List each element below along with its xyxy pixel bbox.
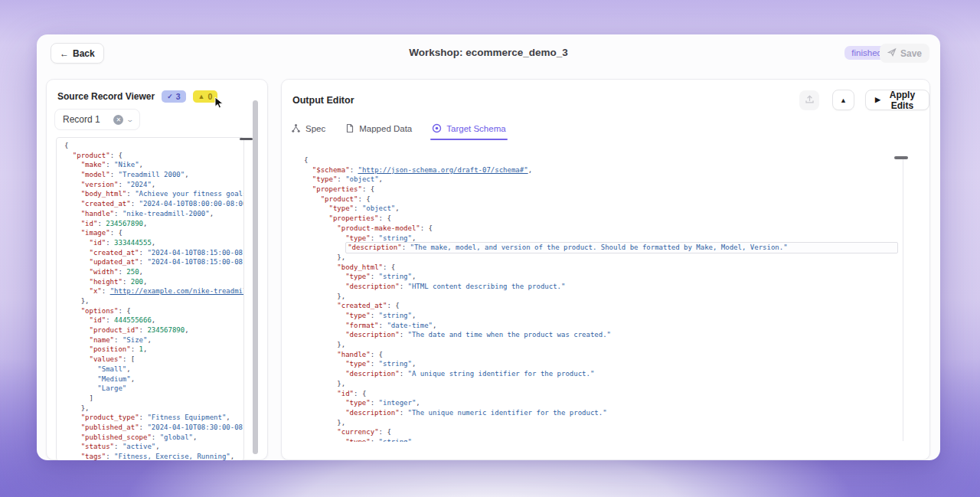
code-line: "image": { (64, 228, 243, 238)
target-schema-icon (432, 123, 442, 133)
record-selector[interactable]: Record 1 ✕ ⌄ (54, 109, 140, 130)
valid-count: 3 (176, 92, 181, 101)
source-record-json: { "product": { "make": "Nike", "model": … (57, 138, 243, 460)
code-line: "version": "2024", (64, 180, 243, 190)
warning-count: 0 (207, 92, 212, 101)
code-line: }, (304, 292, 898, 302)
code-line: "id": 444555666, (64, 316, 243, 325)
code-line: "product_id": 234567890, (64, 325, 243, 335)
code-line: }, (64, 404, 243, 414)
chevron-down-icon: ⌄ (126, 116, 135, 123)
triangle-up-icon: ▲ (840, 96, 847, 104)
code-line: "type": "string", (304, 311, 898, 321)
output-editor-tabs: Spec Mapped Data Target Schema (291, 123, 506, 140)
schema-editor-scrollbar-track[interactable] (903, 159, 903, 441)
code-line: "description": "The date and time when t… (304, 330, 898, 340)
code-line: "values": [ (64, 355, 243, 365)
code-line: "handle": { (304, 350, 898, 360)
code-line: "product_type": "Fitness Equipment", (64, 413, 243, 423)
code-line: "type": "string", (304, 272, 898, 282)
code-line: "height": 200, (64, 277, 243, 287)
code-line: }, (304, 340, 898, 350)
output-editor-panel: Output Editor ▲ ▶ Apply Edits (281, 79, 930, 460)
code-line: { (64, 141, 243, 151)
code-line: "type": "object", (304, 204, 898, 214)
tab-mapped-data-label: Mapped Data (359, 124, 412, 133)
desktop-background: { "header": { "back_label": "Back", "tit… (0, 0, 980, 497)
tab-target-schema[interactable]: Target Schema (432, 123, 505, 140)
code-line: "options": { (64, 306, 243, 316)
code-line: "properties": { (304, 185, 898, 195)
code-line: "published_at": "2024-04-10T08:30:00-08:… (64, 423, 243, 433)
code-line: ] (64, 394, 243, 404)
flow-icon (291, 123, 301, 133)
code-line: "currency": { (304, 427, 898, 437)
code-line: "status": "active", (64, 442, 243, 452)
apply-edits-label: Apply Edits (885, 90, 920, 111)
code-line: "updated_at": "2024-04-10T08:15:00-08:00 (64, 257, 243, 267)
code-line: { (304, 155, 898, 165)
upload-icon (805, 94, 815, 106)
tab-mapped-data[interactable]: Mapped Data (345, 123, 412, 140)
rocket-icon (887, 47, 897, 59)
app-window: ← Back Workshop: ecommerce_demo_3 finish… (37, 34, 940, 460)
code-line: "Medium", (64, 374, 243, 384)
code-line: "Large" (64, 384, 243, 394)
code-line: "description": "HTML content describing … (304, 282, 898, 292)
code-line: "created_at": "2024-04-10T08:15:00-08:00 (64, 248, 243, 258)
collapse-button[interactable]: ▲ (832, 90, 854, 110)
code-line: "type": "integer", (304, 398, 898, 408)
check-icon: ✓ (167, 93, 173, 100)
code-line: "$schema": "http://json-schema.org/draft… (304, 165, 898, 175)
code-line: "created_at": "2024-04-10T08:00:00-08:00… (64, 199, 243, 209)
output-editor-title: Output Editor (292, 95, 354, 106)
play-icon: ▶ (875, 96, 880, 103)
code-line: "tags": "Fitness, Exercise, Running", (64, 452, 243, 460)
code-line: "product": { (304, 195, 898, 204)
source-record-viewer-panel: Source Record Viewer ✓ 3 ▲ 0 Record 1 ✕ … (46, 79, 268, 460)
warning-triangle-icon: ▲ (198, 93, 205, 100)
source-record-editor[interactable]: { "product": { "make": "Nike", "model": … (56, 137, 244, 460)
code-line: "model": "Treadmill 2000", (64, 170, 243, 180)
code-line: "x": "http://example.com/nike-treadmill- (64, 286, 243, 296)
code-line: "description": "A unique string identifi… (304, 369, 898, 379)
source-editor-hscrollbar-thumb[interactable] (240, 138, 253, 140)
code-line: "published_scope": "global", (64, 433, 243, 443)
save-button-label: Save (900, 48, 922, 59)
schema-editor-scrollbar-thumb[interactable] (894, 156, 908, 159)
code-line: "id": 333444555, (64, 238, 243, 248)
source-panel-scrollbar-thumb[interactable] (253, 100, 258, 454)
code-line: "product": { (64, 151, 243, 161)
code-line: "created_at": { (304, 301, 898, 311)
code-line: "description": "The unique numeric ident… (304, 408, 898, 418)
target-schema-json: { "$schema": "http://json-schema.org/dra… (301, 152, 898, 442)
code-line: "format": "date-time", (304, 321, 898, 331)
source-viewer-title: Source Record Viewer (57, 91, 155, 102)
code-line: "position": 1, (64, 345, 243, 355)
tab-spec[interactable]: Spec (291, 123, 325, 140)
code-line: }, (304, 253, 898, 263)
target-schema-editor[interactable]: { "$schema": "http://json-schema.org/dra… (301, 152, 898, 442)
code-line: "type": "string", (304, 359, 898, 369)
code-line: "body_html": { (304, 263, 898, 273)
tab-spec-label: Spec (305, 124, 325, 133)
code-line: "handle": "nike-treadmill-2000", (64, 209, 243, 219)
valid-count-badge: ✓ 3 (162, 90, 185, 103)
code-line: "product-make-model": { (304, 224, 898, 234)
code-line: "body_html": "Achieve your fitness goals… (64, 189, 243, 199)
code-line: }, (304, 379, 898, 389)
save-button[interactable]: Save (880, 44, 929, 63)
document-icon (345, 123, 354, 133)
code-line: }, (64, 296, 243, 306)
clear-selection-icon[interactable]: ✕ (113, 115, 123, 125)
code-line: "name": "Size", (64, 335, 243, 345)
record-selector-value: Record 1 (63, 114, 109, 125)
tab-target-schema-label: Target Schema (446, 124, 505, 133)
code-line: "type": "string", (304, 437, 898, 442)
apply-edits-button[interactable]: ▶ Apply Edits (865, 90, 929, 110)
code-line: "id": { (304, 389, 898, 399)
code-line: "Small", (64, 365, 243, 374)
code-line: "id": 234567890, (64, 219, 243, 229)
code-line: "width": 250, (64, 267, 243, 277)
commit-button-disabled[interactable] (799, 90, 819, 110)
